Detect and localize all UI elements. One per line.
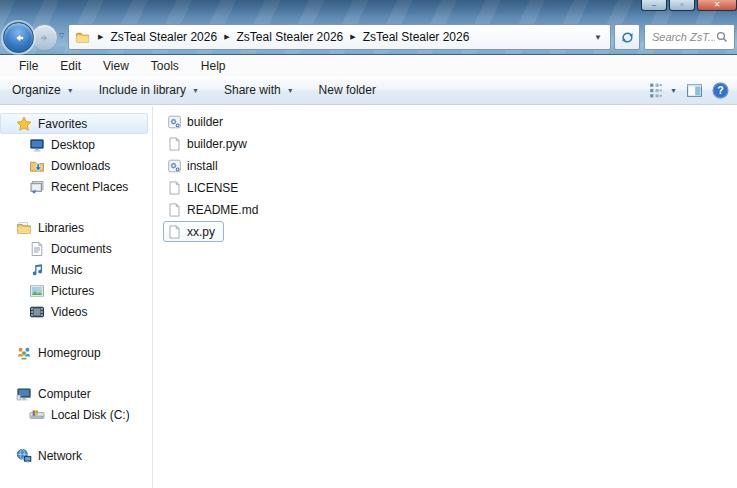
menu-edit[interactable]: Edit [49,57,92,75]
sidebar-item-label: Pictures [51,284,94,298]
breadcrumb-segment-3[interactable]: ZsTeal Stealer 2026 [363,30,470,44]
help-button[interactable]: ? [712,82,729,99]
sidebar-item-videos[interactable]: Videos [0,301,152,322]
chevron-down-icon: ▼ [67,87,74,94]
file-item-install[interactable]: install [163,155,227,176]
sidebar-item-documents[interactable]: Documents [0,238,152,259]
address-bar[interactable]: ▶ ZsTeal Stealer 2026 ▶ ZsTeal Stealer 2… [68,24,611,50]
file-name: builder [187,115,223,129]
gear-file-icon [167,158,182,174]
breadcrumb-separator-icon: ▶ [224,33,229,41]
sidebar-item-computer[interactable]: Computer [0,383,152,404]
help-icon: ? [712,82,729,99]
breadcrumb-separator-icon: ▶ [98,33,103,41]
sidebar-item-homegroup[interactable]: Homegroup [0,342,152,363]
file-item-builder-pyw[interactable]: builder.pyw [163,133,256,154]
videos-icon [29,304,45,320]
sidebar-item-downloads[interactable]: Downloads [0,155,152,176]
sidebar-item-music[interactable]: Music [0,259,152,280]
gear-file-icon [167,114,182,130]
share-with-button[interactable]: Share with ▼ [224,83,294,97]
file-item-xx-py[interactable]: xx.py [163,221,224,242]
sidebar-item-label: Videos [51,305,87,319]
menu-file[interactable]: File [8,57,49,75]
breadcrumb-segment-2[interactable]: ZsTeal Stealer 2026 [237,30,344,44]
document-icon [29,241,45,257]
sidebar-item-label: Desktop [51,138,95,152]
network-icon [16,448,32,464]
sidebar-item-label: Homegroup [38,346,101,360]
music-icon [29,262,45,278]
search-box [644,24,735,50]
file-icon [167,180,182,196]
back-arrow-icon [12,31,26,45]
sidebar-item-label: Network [38,449,82,463]
file-name: xx.py [187,225,215,239]
sidebar-section-computer: ComputerLocal Disk (C:) [0,383,152,425]
sidebar-item-label: Computer [38,387,91,401]
sidebar-item-local-disk-c[interactable]: Local Disk (C:) [0,404,152,425]
preview-pane-button[interactable] [686,82,703,99]
sidebar-item-desktop[interactable]: Desktop [0,134,152,155]
chevron-down-icon: ▼ [192,87,199,94]
sidebar-item-network[interactable]: Network [0,445,152,466]
menu-tools[interactable]: Tools [140,57,190,75]
toolbar: Organize ▼ Include in library ▼ Share wi… [0,76,737,105]
forward-button[interactable] [31,24,58,51]
file-icon [167,202,182,218]
recent-places-icon [29,179,45,195]
file-item-builder[interactable]: builder [163,111,232,132]
svg-text:?: ? [717,84,723,96]
views-icon [647,82,664,99]
address-dropdown-icon[interactable]: ▼ [591,33,605,42]
menu-help[interactable]: Help [190,57,237,75]
pictures-icon [29,283,45,299]
menu-bar: File Edit View Tools Help [0,55,737,76]
sidebar-item-label: Downloads [51,159,110,173]
new-folder-button[interactable]: New folder [319,83,376,97]
preview-pane-icon [686,82,703,99]
minimize-button[interactable]: – [641,0,667,11]
disk-icon [29,407,45,423]
magnifier-icon [715,30,729,44]
star-icon [16,116,32,132]
explorer-window: – ▫ ✕ ▽ ▶ ZsTeal Stealer 2026 ▶ ZsTeal S… [0,0,737,488]
file-name: builder.pyw [187,137,247,151]
sidebar-section-homegroup: Homegroup [0,342,152,363]
sidebar-item-label: Music [51,263,82,277]
back-button[interactable] [3,22,34,53]
views-button[interactable]: ▼ [647,82,677,99]
sidebar-section-favorites: FavoritesDesktopDownloadsRecent Places [0,113,152,197]
sidebar-item-label: Recent Places [51,180,128,194]
file-item-readme-md[interactable]: README.md [163,199,267,220]
file-item-license[interactable]: LICENSE [163,177,247,198]
organize-button[interactable]: Organize ▼ [12,83,74,97]
toolbar-label: Share with [224,83,281,97]
refresh-button[interactable] [614,24,640,50]
file-list: builderbuilder.pywinstallLICENSEREADME.m… [163,111,267,243]
sidebar-item-libraries[interactable]: Libraries [0,217,152,238]
sidebar-item-recent-places[interactable]: Recent Places [0,176,152,197]
sidebar: FavoritesDesktopDownloadsRecent PlacesLi… [0,106,153,488]
libraries-icon [16,220,32,236]
homegroup-icon [16,345,32,361]
sidebar-item-favorites[interactable]: Favorites [0,113,148,134]
chevron-down-icon: ▼ [287,87,294,94]
sidebar-item-label: Documents [51,242,112,256]
breadcrumb-segment-1[interactable]: ZsTeal Stealer 2026 [110,30,217,44]
menu-view[interactable]: View [92,57,140,75]
file-icon [167,224,182,240]
breadcrumb-separator-icon: ▶ [350,33,355,41]
toolbar-label: New folder [319,83,376,97]
file-name: LICENSE [187,181,238,195]
close-button[interactable]: ✕ [697,0,737,11]
window-controls: – ▫ ✕ [641,0,737,11]
search-input[interactable] [652,31,715,43]
window-chrome: – ▫ ✕ ▽ ▶ ZsTeal Stealer 2026 ▶ ZsTeal S… [0,0,737,55]
maximize-button[interactable]: ▫ [669,0,695,11]
sidebar-item-pictures[interactable]: Pictures [0,280,152,301]
desktop-icon [29,137,45,153]
history-dropdown-icon[interactable]: ▽ [59,32,64,40]
include-in-library-button[interactable]: Include in library ▼ [99,83,199,97]
forward-arrow-icon [39,32,51,44]
